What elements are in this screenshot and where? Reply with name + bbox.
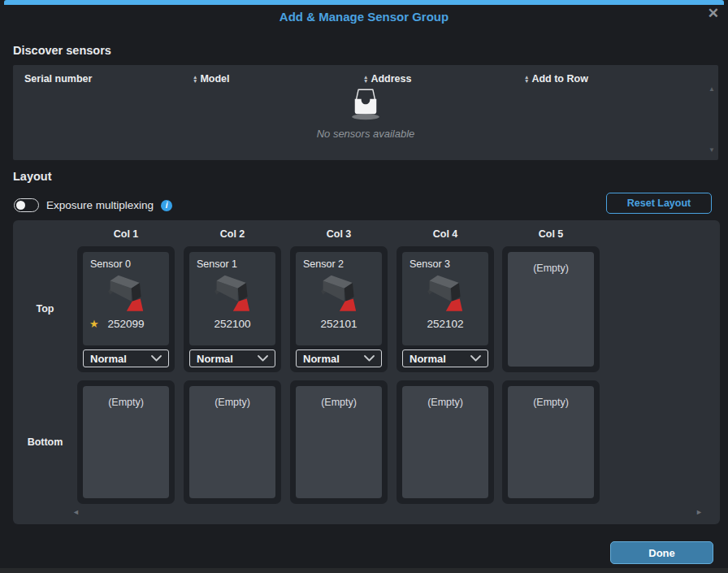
column-label: Address <box>370 73 411 85</box>
sensor-card: Sensor 3 252102 <box>402 252 488 345</box>
exposure-multiplexing-label: Exposure multiplexing <box>46 199 154 211</box>
column-label: Add to Row <box>531 73 587 85</box>
empty-slot: (Empty) <box>296 386 382 498</box>
dialog-top-accent-bar <box>4 0 724 5</box>
serial-row: 252100 <box>189 318 275 330</box>
no-sensors-message: No sensors available <box>13 128 718 140</box>
sensor-name: Sensor 0 <box>83 252 169 270</box>
sensor-mode-dropdown[interactable]: Normal <box>83 349 169 367</box>
sensor-serial: 252100 <box>214 318 250 330</box>
serial-row: 252101 <box>296 318 382 330</box>
sensor-serial: 252101 <box>320 318 357 330</box>
dropdown-value: Normal <box>410 353 446 365</box>
dialog-bottom-edge <box>0 568 728 573</box>
dropdown-value: Normal <box>197 353 233 365</box>
sensor-3d-icon <box>189 271 275 316</box>
reset-layout-button[interactable]: Reset Layout <box>606 193 712 214</box>
sensor-name: Sensor 1 <box>189 252 275 270</box>
info-icon[interactable]: i <box>161 200 172 211</box>
top-row-label: Top <box>13 303 77 315</box>
column-label: Serial number <box>24 73 92 85</box>
empty-slot: (Empty) <box>189 386 275 498</box>
close-button[interactable]: ✕ <box>708 6 719 22</box>
empty-slot: (Empty) <box>83 386 169 498</box>
scroll-right-arrow[interactable]: ► <box>696 508 703 516</box>
chevron-down-icon <box>258 355 268 362</box>
dropdown-value: Normal <box>303 353 340 365</box>
sensor-name: Sensor 2 <box>296 252 382 270</box>
sort-icon: ▲▼ <box>193 75 197 84</box>
layout-cell-bottom-col3[interactable]: (Empty) <box>290 380 388 504</box>
toggle-knob <box>16 201 25 210</box>
sensor-serial: 252102 <box>427 318 463 330</box>
layout-cell-top-col5[interactable]: (Empty) <box>502 246 600 372</box>
scroll-down-arrow[interactable]: ▼ <box>708 147 715 154</box>
discover-sensors-table: Serial number ▲▼ Model ▲▼ Address ▲▼ Add… <box>13 65 718 160</box>
sensor-mode-dropdown[interactable]: Normal <box>402 349 488 367</box>
layout-heading: Layout <box>13 170 52 183</box>
layout-cell-top-col4[interactable]: Sensor 3 252102 Normal <box>396 246 494 372</box>
chevron-down-icon <box>364 355 375 362</box>
col-4-header: Col 4 <box>396 228 494 240</box>
sort-icon: ▲▼ <box>363 75 368 84</box>
column-label: Model <box>200 73 229 85</box>
layout-cell-bottom-col5[interactable]: (Empty) <box>502 380 600 504</box>
add-manage-sensor-group-dialog: Add & Manage Sensor Group ✕ Discover sen… <box>0 0 728 573</box>
bottom-row-label: Bottom <box>13 436 77 448</box>
exposure-multiplexing-row: Exposure multiplexing i <box>14 198 172 212</box>
empty-sensors-state: No sensors available <box>13 85 718 140</box>
layout-cell-top-col3[interactable]: Sensor 2 252101 Normal <box>290 246 388 372</box>
column-header-model[interactable]: ▲▼ Model <box>193 73 230 85</box>
sensor-mode-dropdown[interactable]: Normal <box>296 349 382 367</box>
sensor-card: Sensor 1 252100 <box>189 252 275 345</box>
empty-slot: (Empty) <box>508 252 594 367</box>
star-icon: ★ <box>89 318 99 330</box>
scroll-left-arrow[interactable]: ◄ <box>72 508 80 516</box>
sensor-mode-dropdown[interactable]: Normal <box>189 349 275 367</box>
sensor-name: Sensor 3 <box>402 252 488 270</box>
sensor-serial: 252099 <box>107 318 144 330</box>
column-header-address[interactable]: ▲▼ Address <box>363 73 411 85</box>
sensor-3d-icon <box>402 271 488 316</box>
discover-sensors-heading: Discover sensors <box>13 44 111 57</box>
col-2-header: Col 2 <box>184 228 281 240</box>
layout-cell-top-col1[interactable]: Sensor 0 ★ 252099 Normal <box>77 246 175 372</box>
sensor-3d-icon <box>296 271 382 316</box>
chevron-down-icon <box>151 355 162 362</box>
scroll-up-arrow[interactable]: ▲ <box>708 86 715 93</box>
sensor-3d-icon <box>83 271 169 316</box>
dialog-title: Add & Manage Sensor Group <box>0 10 728 24</box>
sensor-layout-grid: Col 1 Col 2 Col 3 Col 4 Col 5 Top Bottom… <box>13 220 720 524</box>
sensor-card: Sensor 0 ★ 252099 <box>83 252 169 345</box>
sensor-card: Sensor 2 252101 <box>296 252 382 345</box>
empty-slot: (Empty) <box>402 386 488 498</box>
empty-slot: (Empty) <box>508 386 594 498</box>
column-header-add-to-row[interactable]: ▲▼ Add to Row <box>524 73 588 85</box>
dropdown-value: Normal <box>90 353 127 365</box>
layout-cell-bottom-col1[interactable]: (Empty) <box>77 380 175 504</box>
empty-tray-icon <box>345 85 386 122</box>
sort-icon: ▲▼ <box>524 75 529 84</box>
chevron-down-icon <box>470 355 481 362</box>
col-1-header: Col 1 <box>77 228 175 240</box>
column-header-serial-number[interactable]: Serial number <box>24 73 92 85</box>
layout-cell-bottom-col2[interactable]: (Empty) <box>184 380 281 504</box>
done-button[interactable]: Done <box>610 541 713 564</box>
layout-cell-bottom-col4[interactable]: (Empty) <box>396 380 494 504</box>
close-icon: ✕ <box>708 6 719 21</box>
col-5-header: Col 5 <box>502 228 600 240</box>
exposure-multiplexing-toggle[interactable] <box>14 198 39 212</box>
col-3-header: Col 3 <box>290 228 388 240</box>
layout-cell-top-col2[interactable]: Sensor 1 252100 Normal <box>184 246 281 372</box>
serial-row: 252102 <box>402 318 488 330</box>
serial-row: ★ 252099 <box>83 318 169 330</box>
